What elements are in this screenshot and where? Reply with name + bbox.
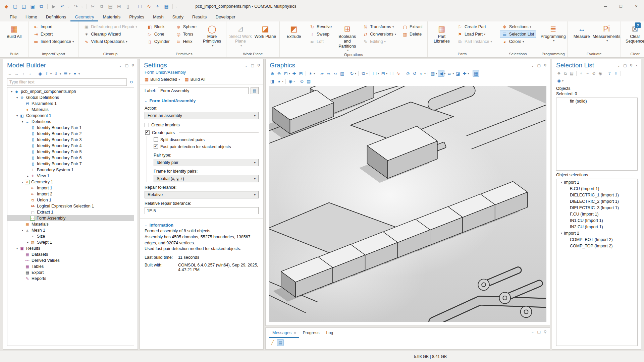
- dropdown-caret-icon[interactable]: ▾: [424, 72, 426, 75]
- run-icon[interactable]: ▶: [50, 3, 57, 10]
- dropdown-caret-icon[interactable]: ▾: [289, 72, 290, 75]
- scene-light-icon[interactable]: ◪: [454, 70, 461, 77]
- float-panel-icon[interactable]: ▢: [623, 63, 627, 68]
- list-item-in2-cu-import-1[interactable]: IN2.CU (Import 1): [556, 224, 637, 230]
- dropdown-caret-icon[interactable]: ▾: [436, 72, 437, 75]
- panel-menu-icon[interactable]: ⌄: [245, 63, 248, 68]
- zoom-to-selection-icon[interactable]: ⊞: [298, 70, 304, 77]
- dropdown-caret-icon[interactable]: ▾: [378, 72, 379, 75]
- float-panel-icon[interactable]: ▢: [125, 63, 128, 68]
- editing-button[interactable]: ✎Editing▾: [361, 38, 398, 45]
- dropdown-caret-icon[interactable]: ▾: [452, 72, 454, 75]
- tab-progress[interactable]: Progress: [299, 328, 323, 338]
- default-view-icon[interactable]: ◀: [438, 70, 444, 77]
- selection-list-button[interactable]: ☰Selection List: [500, 31, 536, 38]
- build-selected-button[interactable]: ▦ Build Selected▾: [145, 77, 180, 82]
- tree-chevron-icon[interactable]: ▸: [25, 175, 30, 178]
- ribbon-tab-materials[interactable]: Materials: [98, 12, 125, 21]
- delete-button[interactable]: ▥Delete: [400, 31, 425, 38]
- dropdown-caret-icon[interactable]: ▾: [314, 72, 315, 75]
- booleans-and-partitions-button[interactable]: ⊞Booleans and Partitions▾: [335, 23, 360, 52]
- list-item-import-1[interactable]: ▾Import 1: [556, 179, 637, 185]
- panel-menu-icon[interactable]: ⌄: [119, 63, 122, 68]
- part-libraries-button[interactable]: ▦Part Libraries: [429, 23, 454, 44]
- lasso-select-icon[interactable]: ∿: [145, 3, 153, 10]
- paste-icon[interactable]: ▤: [107, 3, 114, 10]
- list-item-f-cu-import-1[interactable]: F.CU (Import 1): [556, 211, 637, 217]
- ribbon-tab-geometry[interactable]: Geometry: [70, 12, 98, 21]
- view-yz-icon[interactable]: yz: [325, 70, 332, 77]
- add-icon[interactable]: +: [578, 70, 584, 76]
- dropdown-caret-icon[interactable]: ▾: [468, 72, 469, 75]
- list-item-dielectric-3-import-1[interactable]: DIELECTRIC_3 (Import 1): [556, 204, 637, 211]
- tree-item-identity-boundary-pair-7[interactable]: )(Identity Boundary Pair 7: [7, 161, 134, 167]
- tree-item-union-1[interactable]: ⧉Union 1: [7, 197, 134, 203]
- dropdown-caret-icon[interactable]: ▾: [562, 79, 564, 82]
- zoom-extents-icon[interactable]: ✚: [291, 70, 298, 77]
- tree-item-logical-expression-selection-1[interactable]: &&Logical Expression Selection 1: [7, 203, 134, 209]
- cut-icon[interactable]: ✂: [89, 3, 97, 10]
- comsol-logo-icon[interactable]: ◆: [3, 3, 10, 10]
- work-plane-button[interactable]: ◪Work Plane: [253, 23, 278, 39]
- more-primitives-button[interactable]: ◯More Primitives▾: [200, 23, 224, 47]
- tree-chevron-icon[interactable]: ▾: [20, 120, 25, 123]
- panel-menu-icon[interactable]: ⌄: [531, 330, 534, 334]
- tree-chevron-icon[interactable]: ▾: [559, 232, 564, 235]
- list-item-import-2[interactable]: ▾Import 2: [556, 230, 637, 236]
- create-selection-icon[interactable]: ❖: [556, 70, 562, 76]
- extrude-button[interactable]: ◩Extrude: [281, 23, 306, 39]
- ribbon-tab-file[interactable]: File: [5, 12, 21, 21]
- move-up-icon[interactable]: ⇧: [607, 70, 612, 76]
- delete-icon[interactable]: ▯: [124, 3, 131, 10]
- tree-chevron-icon[interactable]: ▾: [9, 90, 14, 93]
- select-work-plane-button[interactable]: ⊿Select Work Plane▾: [228, 23, 253, 47]
- filter-icon[interactable]: ▼: [72, 71, 78, 77]
- move-up-icon[interactable]: ↑: [20, 71, 26, 77]
- save-icon[interactable]: ▣: [29, 3, 36, 10]
- tree-item-import-2[interactable]: ⇤Import 2: [7, 191, 134, 197]
- tree-chevron-icon[interactable]: ▾: [15, 114, 19, 117]
- tab-messages[interactable]: Messages×: [269, 328, 299, 338]
- part-instance-button[interactable]: ⧉Part Instance▾: [455, 38, 494, 45]
- label-input[interactable]: [158, 87, 249, 94]
- clear-messages-icon[interactable]: ╱: [269, 339, 276, 346]
- tree-item-identity-boundary-pair-4[interactable]: )(Identity Boundary Pair 4: [7, 143, 134, 149]
- list-item-in1-cu-import-1[interactable]: IN1.CU (Import 1): [556, 217, 637, 224]
- list-item-comp-top-import-2[interactable]: COMP_TOP (Import 2): [556, 243, 637, 249]
- perspective-icon[interactable]: ▥: [339, 70, 345, 77]
- select-entities-icon[interactable]: ☐: [388, 70, 395, 77]
- table-view-icon[interactable]: ▤: [277, 339, 284, 346]
- measurements-button[interactable]: PiMeasurements▾: [594, 23, 619, 42]
- split-pairs-checkbox[interactable]: [154, 137, 158, 142]
- help-button[interactable]: ?: [635, 22, 641, 28]
- reset-hiding-icon[interactable]: ↺: [411, 70, 418, 77]
- extract-button[interactable]: ▢Extract: [400, 23, 425, 31]
- expand-all-icon[interactable]: ⇧: [44, 71, 50, 77]
- sweep-button[interactable]: ≀Sweep: [307, 31, 334, 38]
- sphere-button[interactable]: ⊕Sphere: [174, 23, 199, 31]
- pin-panel-icon[interactable]: ⚲: [544, 63, 546, 68]
- tree-item-results[interactable]: ▾▣Results: [7, 245, 134, 251]
- tree-item-view-1[interactable]: ▸✚View 1: [7, 173, 134, 179]
- undo-icon[interactable]: ↶: [59, 3, 66, 10]
- minimize-button[interactable]: ─: [598, 0, 613, 12]
- color-theme-icon[interactable]: ◕: [276, 78, 282, 84]
- copy-icon[interactable]: ⧉: [98, 3, 105, 10]
- graphics-canvas[interactable]: [269, 86, 546, 322]
- list-item-comp-bot-import-2[interactable]: COMP_BOT (Import 2): [556, 236, 637, 243]
- ribbon-tab-home[interactable]: Home: [21, 12, 42, 21]
- float-panel-icon[interactable]: ▢: [537, 330, 541, 334]
- clear-sequence-button[interactable]: ⊠Clear Sequence: [623, 23, 644, 44]
- tree-item-identity-boundary-pair-1[interactable]: )(Identity Boundary Pair 1: [7, 125, 134, 131]
- close-tab-icon[interactable]: ×: [294, 331, 296, 335]
- measure-button[interactable]: ↔Measure: [569, 23, 594, 39]
- list-item-dielectric-2-import-1[interactable]: DIELECTRIC_2 (Import 1): [556, 198, 637, 204]
- ribbon-tab-definitions[interactable]: Definitions: [42, 12, 71, 21]
- pin-panel-icon[interactable]: ⚲: [257, 63, 260, 68]
- information-section-header[interactable]: ⌄ Information: [145, 223, 259, 228]
- maximize-button[interactable]: □: [613, 0, 629, 12]
- close-panel-icon[interactable]: ×: [636, 63, 638, 67]
- defeaturing-and-repair-button[interactable]: ▣Defeaturing and Repair▾: [82, 23, 139, 31]
- ribbon-tab-physics[interactable]: Physics: [125, 12, 149, 21]
- dropdown-caret-icon[interactable]: ▾: [444, 72, 445, 75]
